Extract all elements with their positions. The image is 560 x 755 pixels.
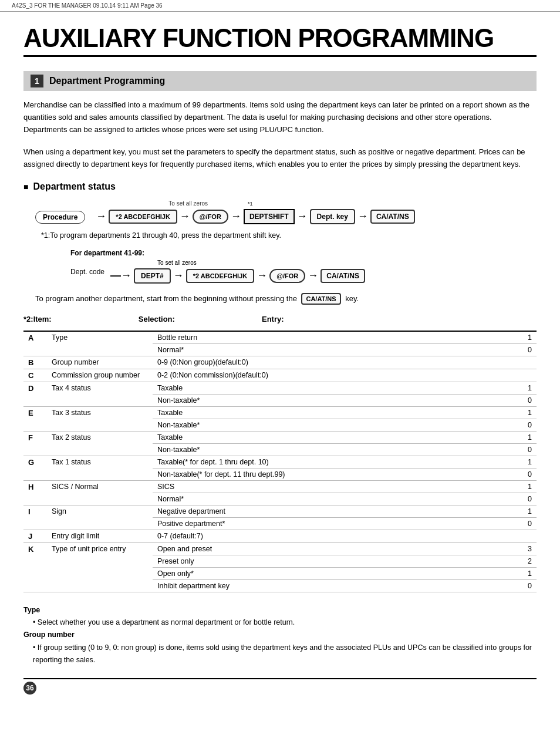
item-entry: 3	[490, 542, 537, 555]
item-selection: Normal*	[153, 493, 490, 505]
item-selection: Taxable	[153, 431, 490, 443]
item-selection: SICS	[153, 480, 490, 493]
table-row: ATypeBottle return1	[23, 331, 537, 344]
item-selection: 0-7 (default:7)	[153, 530, 490, 542]
header-text: A42S_3 FOR THE MANAGER 09.10.14 9:11 AM …	[12, 2, 163, 9]
item-selection: Bottle return	[153, 331, 490, 344]
table-row: BGroup number0-9 (0:Non group)(default:0…	[23, 356, 537, 369]
table-row: FTax 2 statusTaxable1	[23, 431, 537, 443]
col-header-entry	[490, 326, 537, 331]
ca-at-ns-key-2: CA/AT/NS	[321, 269, 365, 283]
item-letter: J	[23, 530, 47, 542]
dept-code-label: Dept. code	[70, 268, 104, 276]
col-header-name	[47, 326, 153, 331]
star1-label: *1	[248, 201, 253, 207]
item-name: Tax 1 status	[47, 456, 153, 480]
main-content: AUXILIARY FUNCTION PROGRAMMING 1 Departm…	[0, 12, 560, 712]
item-entry: 0	[490, 517, 537, 530]
item-letter: I	[23, 505, 47, 530]
table-row: ETax 3 statusTaxable1	[23, 406, 537, 419]
item-letter: F	[23, 431, 47, 456]
item-name: Commission group number	[47, 369, 153, 382]
item-entry: 0	[490, 443, 537, 456]
item-selection: Normal*	[153, 343, 490, 356]
item-entry	[490, 356, 537, 369]
item-selection: Negative department	[153, 505, 490, 517]
table-row: CCommission group number0-2 (0:Non commi…	[23, 369, 537, 382]
item-name: Type of unit price entry	[47, 542, 153, 592]
item-selection: Preset only	[153, 555, 490, 567]
for-dept-label: For department 41-99:	[70, 249, 537, 257]
item-entry: 0	[490, 493, 537, 505]
item-name: Tax 3 status	[47, 406, 153, 431]
item-entry: 0	[490, 419, 537, 431]
item-entry: 1	[490, 331, 537, 344]
type-title: Type	[23, 606, 40, 614]
table-row: DTax 4 statusTaxable1	[23, 382, 537, 394]
item-entry: 1	[490, 406, 537, 419]
to-set-all-zeros-label: To set all zeros	[168, 200, 208, 207]
item-selection: Inhibit department key	[153, 579, 490, 592]
item-entry: 2	[490, 555, 537, 567]
item-selection: Non-taxable*	[153, 443, 490, 456]
item-selection: Open only*	[153, 567, 490, 579]
star2-header: *2:Item: Selection: Entry:	[23, 315, 537, 323]
ca-at-ns-inline: CA/AT/NS	[301, 293, 340, 305]
dept-41-section: For department 41-99: Dept. code To set …	[70, 249, 537, 286]
section-header: 1 Department Programming	[23, 71, 537, 91]
item-name: Tax 4 status	[47, 382, 153, 406]
item-letter: B	[23, 356, 47, 369]
note1-text: *1:To program departments 21 through 40,…	[41, 231, 537, 240]
item-selection: Taxable(* for dept. 1 thru dept. 10)	[153, 456, 490, 468]
procedure-label: Procedure	[35, 211, 85, 224]
item-letter: D	[23, 382, 47, 406]
item-selection: 0-9 (0:Non group)(default:0)	[153, 356, 490, 369]
type-text: • Select whether you use a department as…	[23, 616, 537, 629]
item-entry: 1	[490, 505, 537, 517]
intro-paragraph-1: Merchandise can be classified into a max…	[23, 99, 537, 136]
item-selection: Taxable	[153, 382, 490, 394]
item-name: SICS / Normal	[47, 480, 153, 505]
section-number: 1	[31, 75, 43, 87]
deptshift-container: DEPTSHIFT	[244, 209, 295, 224]
item-entry: 1	[490, 431, 537, 443]
procedure-diagram: Procedure To set all zeros *1 → *2 ABCDE…	[23, 200, 537, 303]
group-title: Group number	[23, 631, 75, 639]
flow-line-2: —→ DEPT# → *2 ABCDEFGHIJK → @/FOR → CA/A…	[110, 268, 365, 284]
item-letter: K	[23, 542, 47, 592]
group-text: • If group setting (0 to 9, 0: non group…	[23, 642, 537, 667]
item-entry	[490, 369, 537, 382]
item-selection: Non-taxable(* for dept. 11 thru dept.99)	[153, 468, 490, 480]
item-selection: Taxable	[153, 406, 490, 419]
section-title: Department Programming	[49, 76, 165, 86]
col-header-item	[23, 326, 47, 331]
bottom-notes: Type • Select whether you use a departme…	[23, 604, 537, 666]
item-letter: A	[23, 331, 47, 356]
table-header-row	[23, 326, 537, 331]
item-name: Group number	[47, 356, 153, 369]
item-name: Entry digit limit	[47, 530, 153, 542]
item-entry: 1	[490, 382, 537, 394]
item-selection: Non-taxable*	[153, 394, 490, 406]
table-row: KType of unit price entryOpen and preset…	[23, 542, 537, 555]
item-entry: 1	[490, 480, 537, 493]
abcdefghijk-key: *2 ABCDEFGHIJK	[109, 210, 177, 224]
item-name: Type	[47, 331, 153, 356]
item-selection: 0-2 (0:Non commission)(default:0)	[153, 369, 490, 382]
to-program-text: To program another department, start fro…	[35, 294, 537, 303]
page-number-bar: 36	[23, 678, 537, 695]
items-table: ATypeBottle return1Normal*0BGroup number…	[23, 326, 537, 592]
dept-status-title: Department status	[23, 181, 537, 192]
dept-hash-key: DEPT#	[134, 268, 171, 284]
item-letter: G	[23, 456, 47, 480]
item-entry: 0	[490, 468, 537, 480]
table-row: GTax 1 statusTaxable(* for dept. 1 thru …	[23, 456, 537, 468]
item-selection: Open and preset	[153, 542, 490, 555]
page-number: 36	[23, 682, 36, 695]
to-set-all-zeros-2: To set all zeros	[157, 259, 365, 266]
item-entry	[490, 530, 537, 542]
table-row: ISignNegative department1	[23, 505, 537, 517]
item-selection: Positive department*	[153, 517, 490, 530]
item-entry: 0	[490, 343, 537, 356]
item-letter: E	[23, 406, 47, 431]
